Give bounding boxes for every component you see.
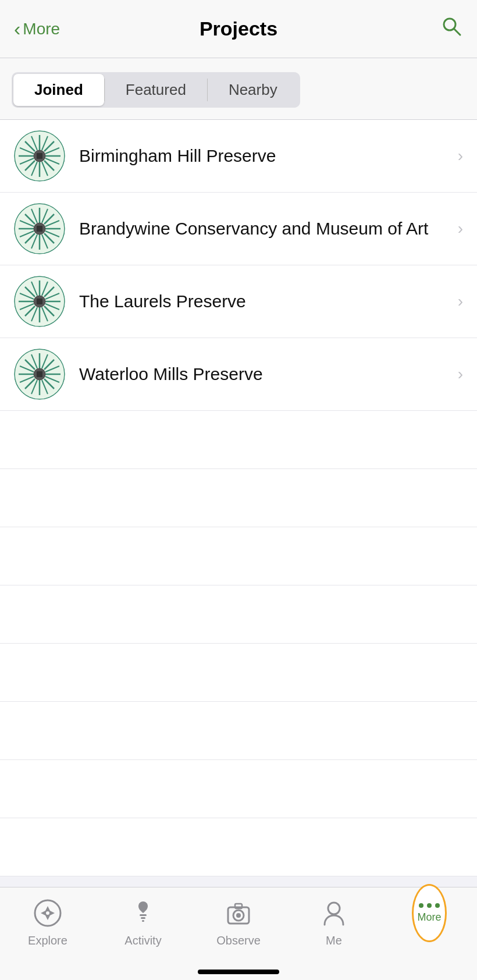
tab-nearby[interactable]: Nearby [208,74,298,106]
tab-activity[interactable]: Activity [95,896,191,947]
filter-tabs-container: Joined Featured Nearby [0,58,477,120]
svg-rect-84 [140,914,147,916]
svg-rect-86 [142,920,144,922]
project-icon [14,203,65,254]
svg-point-91 [328,903,340,914]
empty-row [0,585,477,644]
more-tab-icon: More [412,896,447,931]
home-indicator [198,970,279,974]
observe-label: Observe [216,934,261,947]
tab-joined[interactable]: Joined [13,74,104,106]
empty-row [0,469,477,527]
project-name: The Laurels Preserve [79,290,451,314]
empty-row [0,411,477,469]
tab-featured[interactable]: Featured [105,74,207,106]
table-row[interactable]: The Laurels Preserve › [0,265,477,338]
project-name: Waterloo Mills Preserve [79,363,451,386]
more-dot-1 [419,903,423,908]
table-row[interactable]: Brandywine Conservancy and Museum of Art… [0,193,477,265]
explore-label: Explore [28,934,67,947]
svg-rect-20 [37,153,42,159]
svg-line-1 [454,29,460,35]
explore-icon [30,896,65,931]
activity-icon [126,896,161,931]
empty-row [0,818,477,876]
tab-explore[interactable]: Explore [0,896,95,947]
chevron-right-icon: › [458,219,463,238]
svg-rect-40 [37,226,42,232]
back-button[interactable]: ‹ More [14,20,60,38]
svg-rect-80 [37,371,42,377]
empty-row [0,644,477,702]
chevron-right-icon: › [458,365,463,384]
segment-control: Joined Featured Nearby [12,72,300,108]
search-button[interactable] [440,15,463,43]
project-name: Brandywine Conservancy and Museum of Art [79,217,451,241]
project-icon [14,130,65,182]
empty-row [0,702,477,760]
more-dot-2 [427,903,432,908]
tab-me[interactable]: Me [286,896,382,947]
svg-point-89 [236,913,241,918]
svg-rect-60 [37,299,42,304]
me-icon [316,896,351,931]
table-row[interactable]: Birmingham Hill Preserve › [0,120,477,193]
more-circle-highlight: More [412,884,447,942]
table-row[interactable]: Waterloo Mills Preserve › [0,338,477,411]
tab-more[interactable]: More [382,896,477,931]
chevron-left-icon: ‹ [14,19,20,38]
observe-icon [221,896,256,931]
page-title: Projects [200,17,277,40]
more-circle-label: More [417,911,441,924]
back-label: More [23,20,60,38]
project-icon [14,276,65,327]
svg-rect-90 [235,904,242,908]
more-dots [419,903,440,908]
empty-row [0,760,477,818]
project-icon [14,349,65,400]
projects-list: Birmingham Hill Preserve › [0,120,477,876]
me-label: Me [326,934,342,947]
empty-row [0,527,477,585]
more-dot-3 [435,903,440,908]
search-icon [440,15,463,38]
navigation-bar: ‹ More Projects [0,0,477,58]
tab-bar: Explore Activity Observe [0,887,477,980]
svg-point-83 [46,911,49,915]
activity-label: Activity [124,934,161,947]
project-name: Birmingham Hill Preserve [79,144,451,168]
chevron-right-icon: › [458,292,463,311]
chevron-right-icon: › [458,147,463,165]
tab-observe[interactable]: Observe [191,896,286,947]
svg-rect-85 [141,917,145,919]
